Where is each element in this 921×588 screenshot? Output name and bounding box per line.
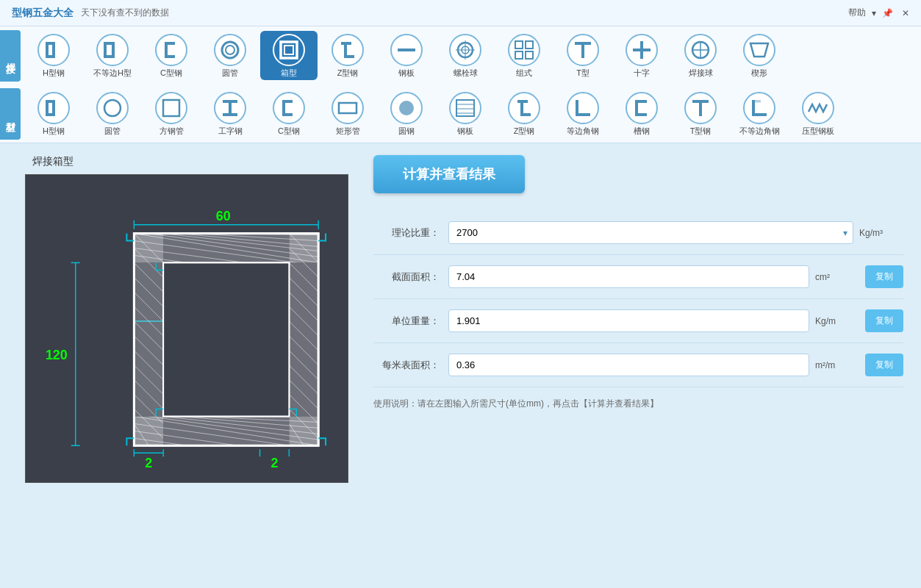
toolbar-item-h-beam-welding[interactable]: H型钢 — [25, 31, 82, 80]
svg-rect-16 — [344, 45, 347, 55]
h-beam-welding-icon — [37, 34, 70, 66]
t-type-profile-icon — [684, 92, 717, 124]
svg-rect-55 — [520, 113, 531, 116]
surface-area-input[interactable] — [448, 354, 809, 376]
toolbar-item-z-steel-profile[interactable]: Z型钢 — [495, 89, 553, 138]
form-row-surface-area: 每米表面积： m²/m 复制 — [373, 343, 903, 387]
round-pipe-welding-icon — [214, 34, 246, 66]
density-select[interactable]: 2700 7850 8900 — [448, 221, 853, 244]
svg-rect-14 — [284, 46, 293, 54]
toolbar-row-profile: 型材 H型钢 圆管 方钢管 — [0, 85, 921, 143]
round-steel-label: 圆钢 — [398, 126, 415, 137]
grid-style-label: 组式 — [516, 68, 532, 79]
toolbar-row-welding: 焊接 H型钢 不等边H型 C型钢 — [0, 26, 921, 85]
toolbar-item-sq-pipe[interactable]: 方钢管 — [143, 89, 200, 138]
round-steel-icon — [390, 92, 423, 124]
toolbar-item-round-pipe-profile[interactable]: 圆管 — [84, 89, 141, 138]
weld-ball-icon — [684, 34, 717, 66]
toolbar-item-unequal-h[interactable]: 不等边H型 — [84, 31, 141, 80]
calc-button[interactable]: 计算并查看结果 — [373, 155, 525, 193]
section-label-profile: 型材 — [0, 88, 21, 140]
svg-rect-18 — [398, 49, 415, 51]
toolbar-item-bolt-ball[interactable]: 螺栓球 — [437, 31, 494, 80]
pin-icon[interactable]: 📌 — [882, 8, 893, 18]
surface-area-unit: m²/m — [815, 360, 859, 370]
h-beam-welding-label: H型钢 — [43, 68, 65, 79]
surface-area-copy-button[interactable]: 复制 — [865, 354, 903, 376]
toolbar-item-unequal-angle[interactable]: 不等边角钢 — [731, 89, 788, 138]
svg-rect-37 — [46, 100, 55, 103]
z-steel-profile-label: Z型钢 — [514, 126, 535, 137]
section-area-input[interactable] — [448, 265, 809, 288]
help-dropdown-icon[interactable]: ▾ — [872, 8, 876, 18]
toolbar-item-i-beam[interactable]: 工字钢 — [201, 89, 259, 138]
svg-rect-46 — [282, 100, 285, 116]
svg-rect-24 — [526, 41, 533, 49]
box-welding-label: 箱型 — [281, 68, 297, 79]
toolbar-item-box-welding[interactable]: 箱型 — [260, 31, 318, 80]
section-area-unit: cm² — [815, 272, 859, 282]
toolbar-item-equal-angle[interactable]: 等边角钢 — [554, 89, 612, 138]
unit-weight-input-wrap — [448, 309, 809, 332]
c-steel-profile-label: C型钢 — [278, 126, 300, 137]
svg-point-48 — [399, 101, 414, 115]
round-pipe-welding-label: 圆管 — [222, 68, 238, 79]
svg-rect-38 — [46, 113, 55, 116]
toolbar-item-z-steel-welding[interactable]: Z型钢 — [319, 31, 376, 80]
toolbar-item-t-type-welding[interactable]: T型 — [554, 31, 612, 80]
toolbar-item-channel[interactable]: 槽钢 — [613, 89, 670, 138]
svg-rect-28 — [581, 45, 584, 58]
toolbar-item-grid-style[interactable]: 组式 — [495, 31, 553, 80]
toolbar-item-steel-plate-welding[interactable]: 钢板 — [378, 31, 435, 80]
unequal-h-label: 不等边H型 — [93, 68, 132, 79]
toolbar-item-weld-ball[interactable]: 焊接球 — [672, 31, 729, 80]
svg-rect-43 — [223, 113, 237, 116]
toolbar-item-c-steel-welding[interactable]: C型钢 — [143, 31, 200, 80]
section-area-copy-button[interactable]: 复制 — [865, 265, 903, 288]
svg-rect-54 — [520, 103, 523, 113]
channel-icon — [626, 92, 658, 124]
app-subtitle: 天下没有查不到的数据 — [81, 7, 169, 19]
svg-rect-10 — [165, 42, 168, 58]
svg-rect-49 — [456, 100, 474, 116]
svg-rect-60 — [635, 113, 647, 116]
drawing-title: 焊接箱型 — [32, 155, 74, 168]
drawing-panel: 焊接箱型 60 120 — [18, 155, 356, 583]
unit-weight-unit: Kg/m — [815, 316, 859, 326]
toolbar-item-trapezoid[interactable]: 楔形 — [731, 31, 788, 80]
svg-rect-3 — [46, 55, 55, 58]
svg-point-12 — [226, 46, 234, 54]
unequal-angle-label: 不等边角钢 — [739, 126, 780, 137]
steel-plate-welding-label: 钢板 — [398, 68, 415, 79]
z-steel-welding-label: Z型钢 — [337, 68, 359, 79]
bolt-ball-label: 螺栓球 — [454, 68, 478, 79]
svg-rect-25 — [515, 51, 523, 59]
unit-weight-copy-button[interactable]: 复制 — [865, 309, 903, 332]
help-label[interactable]: 帮助 — [848, 7, 866, 19]
svg-rect-6 — [104, 42, 115, 45]
toolbar-items-row1: H型钢 不等边H型 C型钢 圆管 — [24, 28, 789, 83]
toolbar-item-t-type-profile[interactable]: T型钢 — [672, 89, 729, 138]
form-row-density: 理论比重： 2700 7850 8900 ▾ Kg/m³ — [373, 211, 903, 255]
toolbar-item-h-beam-profile[interactable]: H型钢 — [25, 89, 82, 138]
app-title: 型钢五金大全 — [12, 7, 74, 20]
svg-text:120: 120 — [46, 348, 68, 362]
svg-rect-143 — [163, 262, 289, 416]
toolbar-items-row2: H型钢 圆管 方钢管 工字钢 — [24, 86, 848, 141]
toolbar-item-rect-pipe[interactable]: 矩形管 — [319, 89, 376, 138]
form-panel: 计算并查看结果 理论比重： 2700 7850 8900 ▾ Kg/m³ 截面面… — [373, 155, 903, 583]
cross-label: 十字 — [634, 68, 650, 79]
title-bar: 型钢五金大全 天下没有查不到的数据 帮助 ▾ 📌 ✕ — [0, 0, 921, 26]
toolbar-item-cross[interactable]: 十字 — [613, 31, 670, 80]
svg-point-39 — [104, 100, 121, 116]
toolbar-item-round-steel[interactable]: 圆钢 — [378, 89, 435, 138]
toolbar-item-press-steel[interactable]: 压型钢板 — [789, 89, 847, 138]
close-icon[interactable]: ✕ — [902, 8, 909, 18]
unit-weight-input[interactable] — [448, 309, 809, 332]
i-beam-icon — [214, 92, 246, 124]
unit-weight-label: 单位重量： — [373, 315, 440, 328]
c-steel-welding-label: C型钢 — [160, 68, 182, 79]
toolbar-item-round-pipe-welding[interactable]: 圆管 — [201, 31, 259, 80]
toolbar-item-steel-plate-profile[interactable]: 钢板 — [437, 89, 494, 138]
toolbar-item-c-steel-profile[interactable]: C型钢 — [260, 89, 318, 138]
